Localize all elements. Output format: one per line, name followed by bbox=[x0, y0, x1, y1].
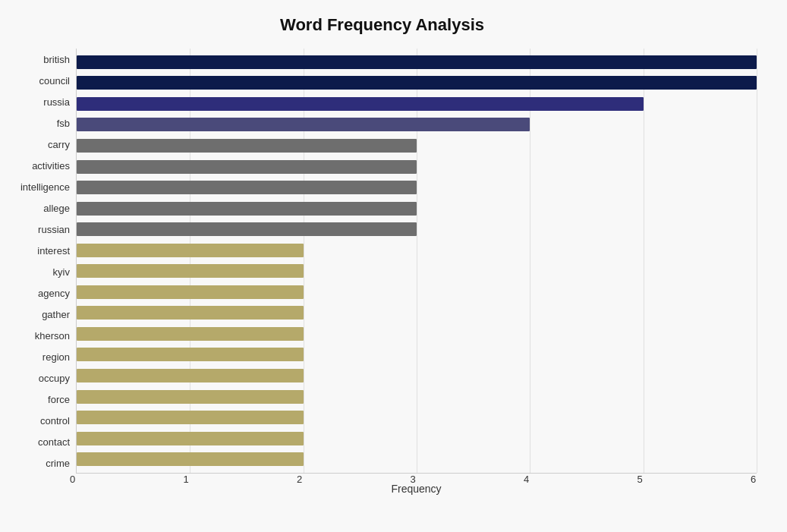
x-tick: 2 bbox=[297, 474, 302, 485]
bar bbox=[77, 202, 417, 216]
y-label: interest bbox=[8, 240, 76, 261]
bar-row bbox=[77, 409, 757, 426]
y-label: crime bbox=[8, 452, 76, 474]
x-tick: 4 bbox=[524, 474, 529, 485]
bar bbox=[77, 369, 304, 382]
bar-row bbox=[77, 326, 757, 342]
bar-row bbox=[77, 200, 757, 217]
bar bbox=[77, 327, 304, 341]
bar bbox=[77, 264, 304, 278]
y-label: allege bbox=[8, 197, 76, 219]
y-label: carry bbox=[8, 134, 76, 155]
y-label: contact bbox=[8, 431, 76, 452]
bar-row bbox=[77, 159, 757, 175]
x-axis: 0123456 bbox=[76, 474, 757, 478]
bar bbox=[77, 244, 304, 257]
y-labels: britishcouncilrussiafsbcarryactivitiesin… bbox=[8, 49, 76, 474]
x-tick: 5 bbox=[637, 474, 643, 485]
bar-row bbox=[77, 242, 757, 259]
bar-row bbox=[77, 263, 757, 279]
x-axis-label: Frequency bbox=[76, 483, 757, 495]
y-label: kyiv bbox=[8, 261, 76, 282]
y-label: council bbox=[8, 70, 76, 91]
bar bbox=[77, 160, 417, 174]
bar-row bbox=[77, 304, 757, 321]
y-label: fsb bbox=[8, 112, 76, 134]
y-label: control bbox=[8, 410, 76, 431]
y-label: russian bbox=[8, 219, 76, 240]
bar bbox=[77, 97, 644, 111]
y-label: occupy bbox=[8, 367, 76, 389]
bars-plot bbox=[76, 49, 757, 474]
bar bbox=[77, 118, 530, 131]
bar-row bbox=[77, 430, 757, 447]
bar bbox=[77, 306, 304, 320]
x-tick: 1 bbox=[183, 474, 188, 485]
y-label: force bbox=[8, 389, 76, 410]
bar-row bbox=[77, 346, 757, 363]
x-tick: 6 bbox=[751, 474, 756, 485]
bar-rows bbox=[77, 49, 757, 473]
bar-row bbox=[77, 389, 757, 405]
chart-area: britishcouncilrussiafsbcarryactivitiesin… bbox=[8, 49, 757, 467]
bar-row bbox=[77, 74, 757, 91]
bar bbox=[77, 285, 304, 299]
bars-section: britishcouncilrussiafsbcarryactivitiesin… bbox=[8, 49, 757, 474]
y-label: intelligence bbox=[8, 176, 76, 197]
bar-row bbox=[77, 116, 757, 133]
bar bbox=[77, 139, 417, 153]
grid-line bbox=[757, 49, 757, 473]
x-tick: 3 bbox=[411, 474, 416, 485]
y-label: british bbox=[8, 49, 76, 70]
bar bbox=[77, 452, 304, 466]
bar-row bbox=[77, 179, 757, 196]
y-label: russia bbox=[8, 91, 76, 112]
bar-row bbox=[77, 96, 757, 112]
bar bbox=[77, 76, 757, 90]
chart-container: Word Frequency Analysis britishcouncilru… bbox=[0, 0, 787, 532]
y-label: agency bbox=[8, 282, 76, 304]
bar bbox=[77, 432, 304, 445]
y-label: kherson bbox=[8, 325, 76, 346]
bar bbox=[77, 222, 417, 236]
bar-row bbox=[77, 451, 757, 467]
bar-row bbox=[77, 284, 757, 301]
bar-row bbox=[77, 221, 757, 238]
bar-row bbox=[77, 54, 757, 71]
bar bbox=[77, 411, 304, 424]
x-tick: 0 bbox=[70, 474, 75, 485]
bar-row bbox=[77, 137, 757, 154]
bar bbox=[77, 390, 304, 404]
bar bbox=[77, 181, 417, 194]
y-label: activities bbox=[8, 155, 76, 176]
y-label: region bbox=[8, 346, 76, 367]
chart-title: Word Frequency Analysis bbox=[8, 15, 757, 35]
bar bbox=[77, 55, 757, 69]
bar bbox=[77, 348, 304, 361]
y-label: gather bbox=[8, 304, 76, 325]
bar-row bbox=[77, 367, 757, 384]
